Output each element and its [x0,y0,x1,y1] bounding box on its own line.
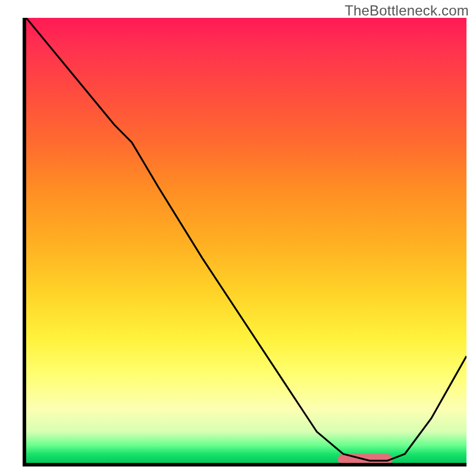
plot-svg [26,18,466,463]
chart-container: TheBottleneck.com [0,0,476,476]
bottleneck-curve [26,18,466,461]
watermark-text: TheBottleneck.com [345,2,469,19]
plot-frame [23,18,466,466]
